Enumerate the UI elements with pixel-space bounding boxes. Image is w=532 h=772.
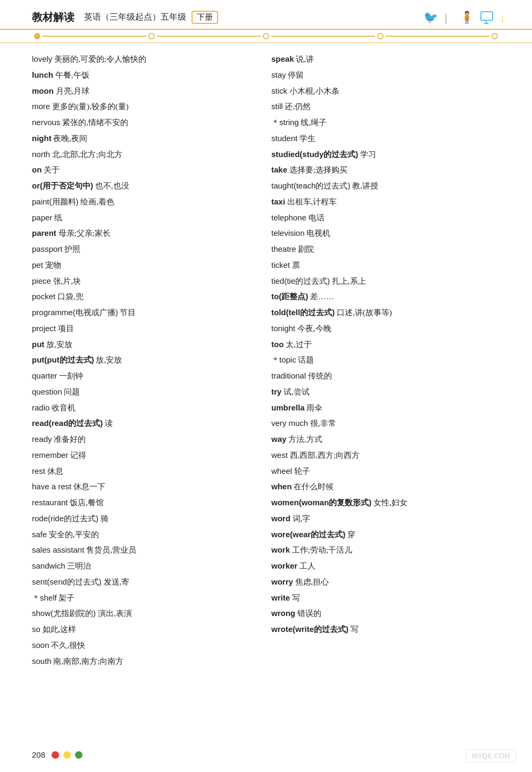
left-entry-27: have a rest 休息一下 (32, 479, 250, 495)
left-entry-9: paint(用颜料) 绘画,着色 (32, 194, 250, 210)
left-entry-7: on 关于 (32, 162, 250, 178)
right-entry-5: student 学生 (271, 131, 511, 146)
left-entry-0: lovely 美丽的,可爱的;令人愉快的 (32, 52, 250, 67)
en-word: theatre (271, 244, 296, 253)
left-entry-8: or(用于否定句中) 也不,也没 (32, 178, 250, 194)
right-entry-8: taught(teach的过去式) 教,讲授 (271, 178, 511, 194)
en-word: south (32, 656, 52, 666)
en-word: told(tell的过去式) (271, 308, 335, 317)
left-entry-21: question 问题 (32, 384, 250, 400)
cn-meaning: 方法,方式 (286, 435, 322, 444)
en-word: put(put的过去式) (32, 355, 94, 364)
cn-meaning: 放,安放 (44, 340, 72, 349)
en-word: more (32, 102, 50, 111)
en-word: west (271, 450, 288, 459)
en-word: project (32, 324, 56, 333)
svg-text:|: | (445, 11, 447, 24)
en-word: sales assistant (32, 545, 84, 554)
en-word: worry (271, 577, 293, 586)
left-entry-22: radio 收音机 (32, 400, 250, 416)
en-word: moon (32, 86, 54, 95)
cn-meaning: 差…… (308, 292, 334, 301)
cn-meaning: 教,讲授 (350, 182, 378, 190)
cn-meaning: 纸 (52, 213, 62, 222)
right-entry-24: way 方法,方式 (271, 432, 511, 447)
right-entry-2: stick 小木棍,小木条 (271, 84, 511, 99)
en-word: paint(用颜料) (32, 197, 79, 206)
en-word: topic (279, 355, 296, 364)
left-entry-30: safe 安全的,平安的 (32, 527, 250, 543)
right-entry-28: women(woman的复数形式) 女性,妇女 (271, 495, 511, 511)
en-word: show(尤指剧院的) (32, 609, 96, 618)
right-entry-17: tonight 今夜,今晚 (271, 321, 511, 336)
right-entry-10: telephone 电话 (271, 210, 511, 226)
progress-line-1 (43, 36, 146, 37)
en-word: word (271, 514, 290, 523)
right-entry-26: wheel 轮子 (271, 464, 511, 479)
progress-dot-2 (148, 33, 155, 39)
cn-meaning: 紧张的,情绪不安的 (60, 118, 128, 127)
left-entry-15: pocket 口袋,兜 (32, 289, 250, 305)
left-entry-4: nervous 紧张的,情绪不安的 (32, 115, 250, 130)
en-word: sandwich (32, 561, 65, 570)
watermark-inner: MXQE.COM (466, 749, 516, 762)
header-decoration: 🐦 | 🧍 ↓ (423, 10, 511, 24)
cn-meaning: 北,北部,北方;向北方 (50, 150, 122, 159)
cn-meaning: 很,非常 (308, 419, 336, 428)
en-word: umbrella (271, 403, 305, 412)
right-entry-18: too 太,过于 (271, 337, 511, 352)
page: 教材解读 英语（三年级起点）五年级 下册 🐦 | 🧍 ↓ (0, 0, 532, 772)
cn-meaning: 电话 (306, 213, 325, 222)
cn-meaning: 票 (290, 261, 300, 269)
cn-meaning: 穿 (345, 530, 355, 539)
en-word: safe (32, 530, 47, 539)
right-entry-3: still 还,仍然 (271, 99, 511, 114)
cn-meaning: 更多的(量),较多的(量) (50, 102, 128, 111)
en-word: pocket (32, 292, 55, 301)
right-entry-23: very much 很,非常 (271, 416, 511, 431)
en-word: rest (32, 466, 45, 475)
left-entry-37: soon 不久,很快 (32, 638, 250, 653)
left-entry-13: pet 宠物 (32, 258, 250, 273)
left-entry-36: so 如此,这样 (32, 622, 250, 637)
right-entry-6: studied(study的过去式) 学习 (271, 147, 511, 162)
en-word: remember (32, 450, 68, 459)
cn-meaning: 休息 (45, 467, 63, 475)
en-word: still (271, 102, 283, 111)
cn-meaning: 骑 (98, 514, 109, 523)
right-entry-22: umbrella 雨伞 (271, 400, 511, 416)
right-entry-35: wrong 错误的 (271, 606, 511, 621)
en-word: worker (271, 561, 297, 570)
en-word: when (271, 482, 292, 491)
cn-meaning: 发送,寄 (102, 578, 130, 586)
cn-meaning: 今夜,今晚 (295, 324, 331, 333)
cn-meaning: 绘画,着色 (79, 198, 115, 206)
left-entry-33: sent(send的过去式) 发送,寄 (32, 574, 250, 590)
en-word: ticket (271, 260, 290, 269)
en-word: or(用于否定句中) (32, 181, 93, 190)
en-word: wheel (271, 466, 292, 475)
right-entry-1: stay 停留 (271, 68, 511, 83)
en-word: soon (32, 640, 49, 650)
dot-red (52, 751, 59, 759)
svg-rect-3 (481, 12, 493, 20)
cn-meaning: 女性,妇女 (371, 498, 408, 507)
en-word: programme(电视或广播) (32, 308, 118, 317)
left-entry-34: ＊shelf 架子 (32, 590, 250, 606)
svg-text:🧍: 🧍 (460, 10, 475, 24)
cn-meaning: 售货员,营业员 (84, 546, 136, 554)
en-word: very much (271, 418, 308, 428)
en-word: ready (32, 434, 52, 444)
header-badge: 下册 (192, 11, 218, 24)
cn-meaning: 电视机 (305, 229, 331, 237)
cn-meaning: 西,西部,西方;向西方 (288, 451, 360, 459)
cn-meaning: 如此,这样 (40, 625, 77, 634)
en-word: way (271, 434, 286, 444)
deco-board-icon (479, 10, 496, 24)
en-word: tonight (271, 324, 295, 333)
en-word: studied(study的过去式) (271, 150, 358, 159)
left-entry-3: more 更多的(量),较多的(量) (32, 99, 250, 114)
cn-meaning: 宠物 (43, 261, 61, 269)
en-word: taxi (271, 197, 285, 206)
cn-meaning: 雨伞 (305, 404, 323, 412)
